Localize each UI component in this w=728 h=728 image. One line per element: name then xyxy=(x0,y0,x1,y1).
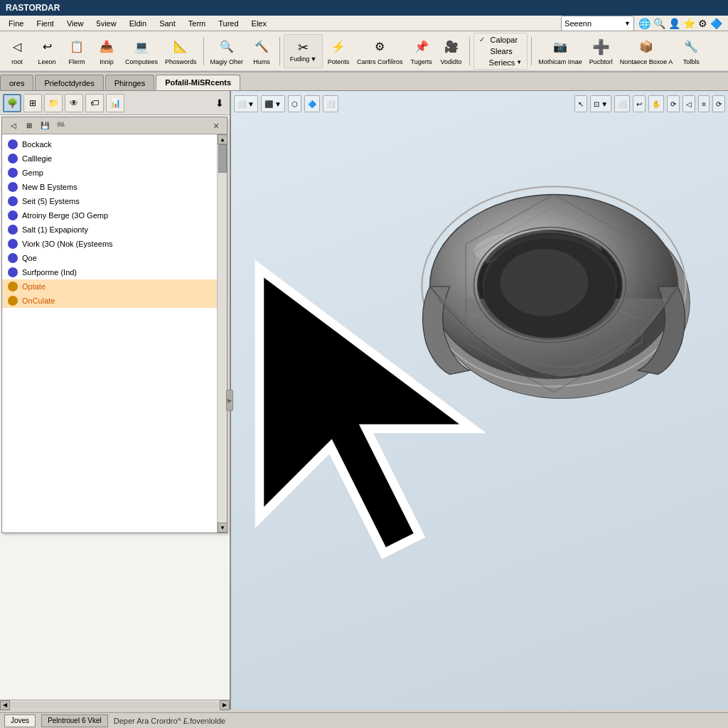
vp-section-btn[interactable]: ⬡ xyxy=(288,95,301,112)
hscroll-right-btn[interactable]: ▶ xyxy=(220,700,230,710)
vp-3d-btn[interactable]: 🔷 xyxy=(304,95,320,112)
btn-hums[interactable]: 🔨 Hums xyxy=(247,34,276,68)
fuding-dropdown-icon: ▼ xyxy=(310,55,316,63)
icon-search2[interactable]: 🔍 xyxy=(653,18,665,29)
menu-view[interactable]: View xyxy=(61,18,90,29)
btn-flerm[interactable]: 📋 Flerm xyxy=(63,34,91,68)
btn-leeon[interactable]: ↩ Leeon xyxy=(33,34,61,68)
icon-user[interactable]: 👤 xyxy=(668,18,680,29)
tree-back-btn[interactable]: ◁ xyxy=(6,119,21,132)
tree-grid-btn[interactable]: ⊞ xyxy=(22,119,36,132)
icon-star[interactable]: ⭐ xyxy=(683,18,695,29)
search-input[interactable] xyxy=(564,19,621,28)
vp-pan-btn[interactable]: ✋ xyxy=(648,95,664,112)
vp-settings-btn[interactable]: ⟳ xyxy=(712,95,725,112)
tree-item-onculate[interactable]: OnCulate xyxy=(2,294,217,308)
seriecs-item[interactable]: ✓ Seriecs ▼ xyxy=(477,58,525,68)
menu-5view[interactable]: 5view xyxy=(91,18,122,29)
icon-3d[interactable]: 🔷 xyxy=(710,18,722,29)
tab-ores[interactable]: ores xyxy=(0,75,33,90)
btn-root[interactable]: ◁ root xyxy=(3,34,31,68)
tab-pofalil[interactable]: Pofalil-MiSRcents xyxy=(156,75,240,90)
slears-item[interactable]: ✓ Slears xyxy=(477,46,525,56)
hscroll-left-btn[interactable]: ◀ xyxy=(0,700,10,710)
menu-elex[interactable]: Elex xyxy=(246,18,272,29)
btn-cantrs[interactable]: ⚙ Cantrs Corfiliros xyxy=(354,34,406,68)
btn-innip[interactable]: 📥 Innip xyxy=(92,34,121,68)
hscroll-track xyxy=(10,702,220,709)
btn-nontaece[interactable]: 📦 Nontaece Boxoe A xyxy=(617,34,676,68)
panel-properties-btn[interactable]: ⊞ xyxy=(23,94,42,112)
vp-pan2-btn[interactable]: ≡ xyxy=(698,95,710,112)
scroll-down-btn[interactable]: ▼ xyxy=(218,523,227,532)
icon-settings2[interactable]: ⚙ xyxy=(698,18,707,29)
tree-item-seit-eystems[interactable]: Seit (5) Eystems xyxy=(2,194,217,208)
viewport[interactable]: ⬜ ▼ ⬛ ▼ ⬡ 🔷 ⬜ ↖ ⊡ ▼ ⬜ xyxy=(231,91,728,710)
menu-tured[interactable]: Tured xyxy=(213,18,244,29)
tree-item-calllegie[interactable]: Calllegie xyxy=(2,151,217,166)
btn-mothicam[interactable]: 📷 Mothicam Imae xyxy=(535,34,585,68)
tree-item-new-b-eystems[interactable]: New B Eystems xyxy=(2,180,217,194)
vp-cursor-btn[interactable]: ↖ xyxy=(574,95,587,112)
calopar-check: ✓ xyxy=(479,36,488,43)
scroll-up-btn[interactable]: ▲ xyxy=(218,134,227,144)
vp-display-mode-btn[interactable]: ⬛ ▼ xyxy=(261,95,285,112)
menu-fient[interactable]: Fient xyxy=(31,18,59,29)
status-tab-joves[interactable]: Joves xyxy=(4,714,36,727)
vp-flat-btn[interactable]: ⬜ xyxy=(323,95,338,112)
tree-item-bockack[interactable]: Bockack xyxy=(2,137,217,151)
resize-icon: ▶ xyxy=(228,397,232,404)
seriecs-dropdown-icon: ▼ xyxy=(516,59,522,65)
btn-tolbls[interactable]: 🔧 Tolbls xyxy=(677,34,705,68)
tree-item-qoe[interactable]: Qoe xyxy=(2,251,217,265)
btn-magiy-oher[interactable]: 🔍 Magiy Oher xyxy=(208,34,247,68)
vp-more1-btn[interactable]: ⊡ ▼ xyxy=(590,95,611,112)
calopar-item[interactable]: ✓ Calopar xyxy=(477,35,525,45)
tree-item-surfporme[interactable]: Surfporme (Ind) xyxy=(2,265,217,279)
btn-phoswords[interactable]: 📐 Phoswords xyxy=(162,34,200,68)
vp-undo-btn[interactable]: ⟳ xyxy=(667,95,680,112)
btn-tugerts[interactable]: 📌 Tugerts xyxy=(407,34,436,68)
menu-fine[interactable]: Fine xyxy=(3,18,29,29)
model-tree-close-btn[interactable]: × xyxy=(210,119,223,132)
menu-eldin[interactable]: Eldin xyxy=(124,18,152,29)
menu-sant[interactable]: Sant xyxy=(154,18,181,29)
viewport-top-toolbar: ⬜ ▼ ⬛ ▼ ⬡ 🔷 ⬜ ↖ ⊡ ▼ ⬜ xyxy=(234,94,725,114)
toolbar-area: ◁ root ↩ Leeon 📋 Flerm 📥 Innip 💻 Compute… xyxy=(0,31,728,73)
menu-term[interactable]: Term xyxy=(183,18,211,29)
search-dropdown-icon[interactable]: ▼ xyxy=(624,20,631,27)
scroll-thumb[interactable] xyxy=(218,144,227,173)
btn-fuding[interactable]: ✂ Fuding ▼ xyxy=(284,34,323,68)
tab-priefoctdyrdes[interactable]: Priefoctdyrdes xyxy=(35,75,103,90)
tree-save-btn[interactable]: 💾 xyxy=(38,119,52,132)
btn-pucbtorl[interactable]: ➕ Pucbtorl xyxy=(587,34,616,68)
panel-custom-btn[interactable]: 📊 xyxy=(106,94,124,112)
vp-prev-btn[interactable]: ◁ xyxy=(682,95,695,112)
panel-config-btn[interactable]: 📁 xyxy=(44,94,63,112)
tree-item-salt[interactable]: Salt (1) Expapionty xyxy=(2,223,217,237)
tree-item-gemp[interactable]: Gemp xyxy=(2,166,217,180)
tree-flag-btn[interactable]: 🏁 xyxy=(53,119,68,132)
tree-scrollbar[interactable]: ▲ ▼ xyxy=(217,134,227,532)
tab-phirnges[interactable]: Phirnges xyxy=(105,75,154,90)
btn-potents[interactable]: ⚡ Potents xyxy=(324,34,353,68)
panel-feature-tree-btn[interactable]: 🌳 xyxy=(3,94,21,112)
vp-box-btn[interactable]: ⬜ xyxy=(614,95,630,112)
panel-collapse-btn[interactable]: ⬇ xyxy=(213,97,227,109)
tree-item-optate[interactable]: Optate xyxy=(2,279,217,294)
icon-globe[interactable]: 🌐 xyxy=(638,18,651,29)
panel-tag-btn[interactable]: 🏷 xyxy=(85,94,104,112)
resize-handle[interactable]: ▶ xyxy=(226,390,233,411)
vp-view-select-btn[interactable]: ⬜ ▼ xyxy=(234,95,258,112)
vp-rotate-btn[interactable]: ↩ xyxy=(633,95,646,112)
btn-vodidto[interactable]: 🎥 Vodidto xyxy=(437,34,466,68)
gemp-icon xyxy=(8,168,18,178)
seriecs-check: ✓ xyxy=(479,58,488,66)
horizontal-scrollbar[interactable]: ◀ ▶ xyxy=(0,700,230,710)
tree-item-viork[interactable]: Viork (3O (Nok (Eysteems xyxy=(2,237,217,251)
mothicam-icon: 📷 xyxy=(550,37,570,57)
status-tab-pelntrouel[interactable]: Pelntrouel 6 Vkel xyxy=(41,714,108,727)
btn-computees[interactable]: 💻 Computees xyxy=(122,34,161,68)
tree-item-atroiny-berge[interactable]: Atroiny Berge (3O Gemp xyxy=(2,208,217,223)
panel-display-btn[interactable]: 👁 xyxy=(65,94,83,112)
